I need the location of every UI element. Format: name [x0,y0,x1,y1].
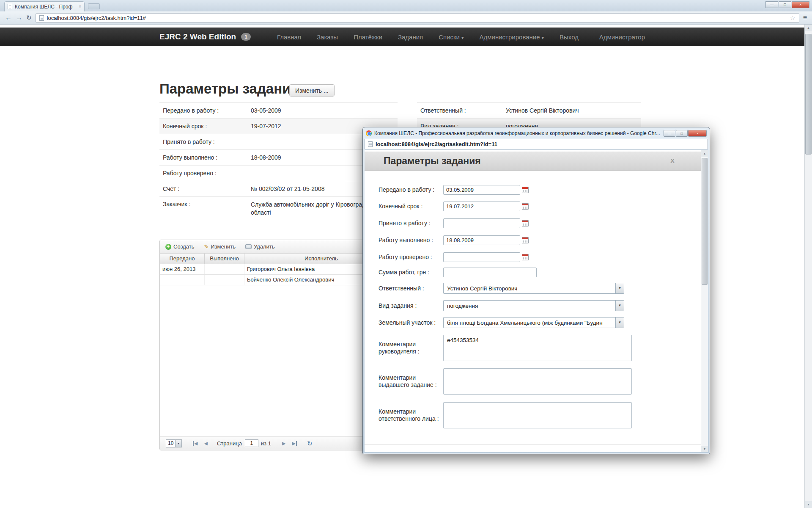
calendar-icon[interactable] [522,220,529,226]
detail-label: Работу проверено : [159,170,251,177]
dropdown-icon[interactable]: ▼ [615,318,624,328]
scroll-up-icon[interactable]: ▲ [805,25,812,31]
popup-url-text[interactable]: localhost:8084/gis/ejrc2/agrtaskedit.htm… [376,141,497,147]
field-row-checked: Работу проверено : [379,252,691,262]
scroll-up-icon[interactable]: ▲ [701,150,708,157]
field-row-comments-head: Комментарии руководителя : e454353534 [379,335,691,361]
prev-page-icon[interactable]: ◀ [204,441,207,446]
detail-row: Принято в работу : [159,134,398,149]
detail-row: Ответственный : Устинов Сергій Вікторови… [417,102,641,118]
field-row-task-type: Вид задания : погодження ▼ [379,300,691,311]
scrollbar-thumb[interactable] [702,158,708,285]
page-icon [368,141,373,147]
edit-label: Изменить [211,243,236,250]
field-row-deadline: Конечный срок : [379,202,691,211]
divider [365,444,701,444]
field-row-accepted: Принято в работу : [379,218,691,228]
browser-tab[interactable]: Компания ШЕЛС - Проф × [4,1,85,11]
minimize-button[interactable]: — [765,1,778,8]
scroll-down-icon[interactable]: ▼ [805,501,812,508]
detail-value: Устинов Сергій Вікторович [506,107,641,115]
delete-row-button[interactable]: — Удалить [245,243,275,250]
field-label: Принято в работу : [379,220,443,227]
select-value: погодження [444,303,615,309]
notification-badge: 1 [241,33,251,41]
plus-icon: + [165,244,171,250]
sum-input[interactable] [443,268,537,277]
detail-row: Счёт : № 002/03/02 от 21-05-2008 [159,181,398,196]
maximize-button[interactable]: □ [779,1,791,8]
accepted-date-input[interactable] [443,218,520,228]
scroll-down-icon[interactable]: ▼ [701,446,708,452]
bookmark-star-icon[interactable]: ☆ [790,14,796,21]
popup-close-x[interactable]: X [670,157,675,164]
nav-item-label: Списки [439,33,460,41]
responsible-select[interactable]: Устинов Сергій Вікторович ▼ [443,283,624,294]
tab-title: Компания ШЕЛС - Проф [15,4,76,10]
comments-head-textarea[interactable]: e454353534 [443,335,632,361]
tab-close-icon[interactable]: × [79,4,81,9]
field-label: Земельный участок : [379,319,443,326]
checked-date-input[interactable] [443,252,520,262]
popup-minimize-button[interactable]: — [664,130,675,137]
url-text[interactable]: localhost:8084/gis/ejrc2/task.htm?id=11# [47,15,787,21]
popup-close-button[interactable]: × [688,130,707,137]
edit-task-button[interactable]: Изменить ... [289,84,335,97]
calendar-icon[interactable] [522,237,529,243]
calendar-icon[interactable] [522,187,529,193]
nav-item-zadaniya[interactable]: Задания [398,33,423,41]
back-icon[interactable]: ← [5,14,12,21]
popup-address-bar[interactable]: localhost:8084/gis/ejrc2/agrtaskedit.htm… [365,139,708,149]
comments-issuer-textarea[interactable] [443,368,632,395]
nav-item-vykhod[interactable]: Выход [560,33,579,41]
column-header-peredano[interactable]: Передано [160,254,205,264]
cell-sent [160,275,205,285]
select-value: Устинов Сергій Вікторович [444,285,615,292]
sent-date-input[interactable] [443,185,520,195]
popup-maximize-button[interactable]: □ [676,130,688,137]
land-plot-select[interactable]: біля площі Богдана Хмельницького (між бу… [443,317,624,328]
detail-label: Передано в работу : [159,107,251,114]
address-bar[interactable]: localhost:8084/gis/ejrc2/task.htm?id=11#… [36,13,799,23]
dropdown-icon[interactable]: ▼ [615,283,624,293]
cell-done [205,275,244,285]
reload-icon[interactable]: ↻ [26,14,32,22]
field-row-comments-responsible: Комментарии ответственного лица : [379,402,691,428]
page-size-select[interactable]: 10 ▼ [166,439,182,447]
browser-menu-icon[interactable]: ≡ [803,14,807,22]
popup-page: Параметры задания X Передано в работу : … [365,150,708,452]
comments-responsible-textarea[interactable] [443,402,632,428]
dropdown-icon[interactable]: ▼ [615,301,624,311]
nav-item-glavnaya[interactable]: Главная [277,33,301,41]
field-label: Сумма работ, грн : [379,269,443,276]
chrome-icon [366,130,372,136]
minus-icon: — [245,244,252,249]
new-tab-button[interactable] [88,3,100,9]
create-button[interactable]: + Создать [165,243,194,250]
calendar-icon[interactable] [522,203,529,210]
forward-icon[interactable]: → [16,14,22,21]
popup-titlebar[interactable]: Компания ШЕЛС - Профессиональная разрабо… [363,127,710,139]
column-header-vypolneno[interactable]: Выполнено [205,254,244,264]
nav-item-platezhki[interactable]: Платёжки [354,33,382,41]
calendar-icon[interactable] [522,254,529,260]
main-scrollbar[interactable]: ▲ ▼ [804,25,812,508]
next-page-icon[interactable]: ▶ [282,441,285,446]
field-label: Комментарии ответственного лица : [379,408,443,422]
popup-scrollbar[interactable]: ▲ ▼ [701,150,708,452]
done-date-input[interactable] [443,235,520,245]
task-type-select[interactable]: погодження ▼ [443,300,624,311]
scrollbar-thumb[interactable] [805,34,812,155]
last-page-icon[interactable]: ▶ [292,441,296,446]
field-row-comments-issuer: Комментарии выдавшего задание : [379,368,691,395]
deadline-date-input[interactable] [443,202,520,211]
nav-item-spiski[interactable]: Списки▾ [439,33,464,41]
close-button[interactable]: × [792,1,809,8]
refresh-icon[interactable]: ↻ [307,440,313,447]
edit-row-button[interactable]: ✎ Изменить [204,243,236,250]
nav-item-zakazy[interactable]: Заказы [317,33,338,41]
page-number-input[interactable] [245,439,258,447]
field-row-done: Работу выполнено : [379,235,691,245]
nav-item-administrirovanie[interactable]: Администрирование▾ [480,33,544,41]
first-page-icon[interactable]: ◀ [193,441,198,446]
